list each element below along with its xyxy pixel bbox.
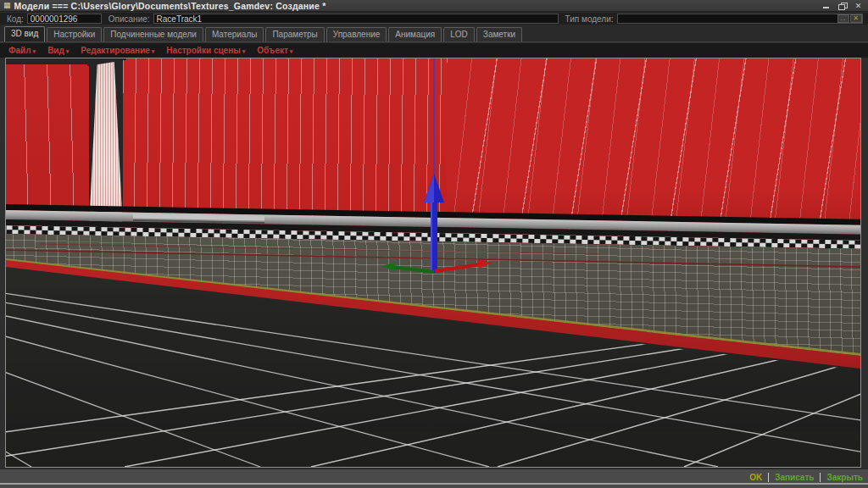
menu-file[interactable]: Файл▾	[8, 46, 36, 55]
axis-gizmo	[6, 58, 860, 467]
model-type-input[interactable]	[617, 14, 863, 24]
menu-edit[interactable]: Редактирование▾	[81, 46, 154, 55]
tab-animation[interactable]: Анимация	[388, 27, 442, 42]
minimize-icon[interactable]	[821, 2, 831, 10]
tab-parameters[interactable]: Параметры	[265, 27, 324, 42]
tab-notes[interactable]: Заметки	[476, 27, 522, 42]
clear-button[interactable]: ✕	[850, 14, 862, 23]
tab-strip: 3D вид Настройки Подчиненные модели Мате…	[0, 25, 868, 42]
tab-settings[interactable]: Настройки	[47, 27, 102, 42]
description-label: Описание:	[108, 14, 150, 24]
close-icon[interactable]: ✕	[854, 2, 863, 10]
menu-scene-settings[interactable]: Настройки сцены▾	[166, 46, 245, 55]
chevron-down-icon: ▾	[66, 48, 70, 54]
restore-icon[interactable]	[837, 2, 847, 10]
ok-button[interactable]: OK	[749, 473, 762, 482]
browse-button[interactable]: ...	[837, 14, 849, 23]
3d-viewport[interactable]	[5, 58, 861, 468]
model-editor-window: ▦ Модели === C:\Users\Glory\Documents\Te…	[0, 0, 868, 488]
title-bar: ▦ Модели === C:\Users\Glory\Documents\Te…	[0, 0, 868, 12]
viewport-menu-bar: Файл▾ Вид▾ Редактирование▾ Настройки сце…	[0, 43, 868, 58]
chevron-down-icon: ▾	[33, 48, 36, 54]
tab-sub-models[interactable]: Подчиненные модели	[103, 27, 203, 42]
footer-actions: OK Записать Закрыть	[749, 472, 863, 483]
save-button[interactable]: Записать	[775, 473, 814, 482]
description-input[interactable]	[153, 14, 559, 24]
model-type-field: ... ✕	[617, 14, 863, 24]
close-button[interactable]: Закрыть	[826, 473, 863, 482]
chevron-down-icon: ▾	[290, 48, 293, 54]
tab-materials[interactable]: Материалы	[205, 27, 264, 42]
tab-control[interactable]: Управление	[326, 27, 387, 42]
app-icon: ▦	[3, 2, 11, 9]
chevron-down-icon: ▾	[242, 48, 246, 54]
bottom-bar: OK Записать Закрыть	[0, 469, 868, 488]
menu-object[interactable]: Объект▾	[257, 46, 292, 55]
header-form: Код: Описание: Тип модели: ... ✕	[0, 13, 868, 25]
code-label: Код:	[7, 14, 24, 24]
model-type-label: Тип модели:	[565, 14, 614, 24]
divider	[768, 473, 769, 482]
tab-lod[interactable]: LOD	[443, 27, 475, 42]
window-title: Модели === C:\Users\Glory\Documents\Text…	[14, 1, 326, 11]
code-input[interactable]	[27, 14, 102, 24]
chevron-down-icon: ▾	[152, 48, 155, 54]
divider	[820, 473, 821, 482]
window-controls: ✕	[821, 2, 865, 10]
tab-3d-view[interactable]: 3D вид	[4, 26, 45, 42]
3d-scene	[6, 58, 860, 467]
menu-view[interactable]: Вид▾	[47, 46, 69, 55]
